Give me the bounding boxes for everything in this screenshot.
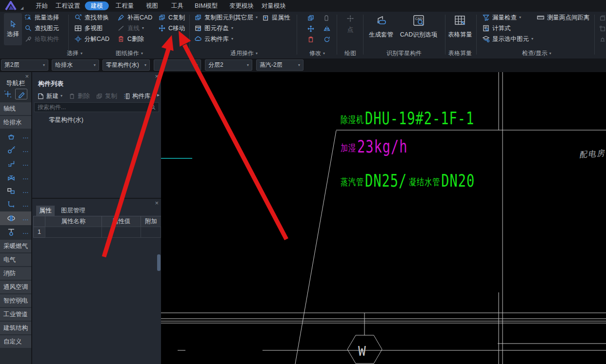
sidebar-category-industrial-pipe[interactable]: 工业管道 xyxy=(0,308,31,321)
cad-recognize-options-button[interactable]: CAD CAD识别选项 xyxy=(397,15,440,39)
group-label-common-ops[interactable]: 通用操作▾ xyxy=(224,50,263,57)
menu-tab-quantity[interactable]: 工程量 xyxy=(116,2,134,10)
toolbar-collapse-icon[interactable]: ▸ xyxy=(157,92,160,97)
scrollbar-thumb[interactable] xyxy=(157,254,161,271)
table-cell-extra[interactable] xyxy=(141,227,161,238)
sidebar-item-sprinkler[interactable]: ... xyxy=(0,143,31,157)
more-icon[interactable]: ... xyxy=(23,148,29,153)
group-label-select[interactable]: 选择▾ xyxy=(58,50,92,57)
modify-mirror-button[interactable] xyxy=(323,24,331,34)
new-component-button[interactable]: 新建 ▾ xyxy=(37,92,62,100)
component-library-button[interactable]: 构件库 xyxy=(123,92,151,100)
specialty-select[interactable]: 给排水▾ xyxy=(52,59,99,71)
logo-caret-icon[interactable]: ◢ xyxy=(20,6,23,10)
extract-properties-button[interactable]: 提属性 xyxy=(262,13,290,22)
more-icon[interactable]: ... xyxy=(23,175,29,180)
more-icon[interactable]: ... xyxy=(23,161,29,167)
menu-tab-start[interactable]: 开始 xyxy=(36,2,48,10)
save-element-button[interactable]: 图元存盘▾ xyxy=(194,23,233,33)
cad-move-button[interactable]: C移动 xyxy=(158,23,185,33)
group-label-sheet-ops[interactable]: 图纸操作▾ xyxy=(111,50,147,57)
more-icon[interactable]: ... xyxy=(23,230,29,235)
sidebar-category-low-voltage[interactable]: 智控弱电 xyxy=(0,294,31,307)
formula-button[interactable]: 计算式 xyxy=(482,23,511,33)
sidebar-item-drain[interactable]: ... xyxy=(0,225,31,239)
sidebar-item-fixture[interactable]: ... xyxy=(0,130,31,143)
modify-delete-button[interactable] xyxy=(307,35,315,44)
add-axis-icon[interactable] xyxy=(3,89,13,99)
show-selected-elements-button[interactable]: 显示选中图元▾ xyxy=(482,34,533,44)
clipped-edge-icon[interactable] xyxy=(599,25,606,32)
modify-copy-button[interactable] xyxy=(307,13,315,23)
measure-distance-button[interactable]: 测量两点间距离 xyxy=(537,13,590,22)
group-label-draw: 绘图 xyxy=(337,50,364,57)
menu-tab-tools[interactable]: 工具 xyxy=(171,2,183,10)
more-icon[interactable]: ... xyxy=(23,202,29,208)
component-list-item[interactable]: 零星构件(水) xyxy=(49,116,83,124)
sidebar-category-structure[interactable]: 建筑结构 xyxy=(0,322,31,334)
missing-quantity-check-button[interactable]: 漏量检查▾ xyxy=(482,13,521,22)
tab-properties[interactable]: 属性 xyxy=(36,206,55,216)
menu-tab-modeling[interactable]: 建模 xyxy=(85,1,109,10)
cad-delete-button[interactable]: C删除 xyxy=(117,34,144,44)
close-icon[interactable]: × xyxy=(155,200,159,207)
empty-select[interactable]: ▾ xyxy=(154,59,201,71)
tab-layer-manage[interactable]: 图层管理 xyxy=(56,206,91,216)
sidebar-category-custom[interactable]: 自定义 xyxy=(0,335,31,348)
clipped-edge-icon[interactable] xyxy=(599,36,606,43)
menu-tab-bim[interactable]: BIM模型 xyxy=(195,2,218,10)
more-icon[interactable]: ... xyxy=(23,189,29,194)
find-element-button[interactable]: 查找图元 xyxy=(24,23,59,33)
multi-view-button[interactable]: 多视图 xyxy=(74,23,103,33)
sidebar-item-pipe[interactable]: ... xyxy=(0,157,31,171)
table-calc-button[interactable]: 表格算量 xyxy=(446,15,474,39)
group-label-check-display[interactable]: 检查/显示▾ xyxy=(507,50,566,57)
app-logo-icon[interactable] xyxy=(4,1,19,11)
modify-rotate-button[interactable] xyxy=(323,35,331,44)
system-select[interactable]: 蒸汽-2层▾ xyxy=(256,59,303,71)
floor-select[interactable]: 第2层▾ xyxy=(1,59,48,71)
sidebar-category-heating[interactable]: 采暖燃气 xyxy=(0,240,31,252)
cad-options-icon: CAD xyxy=(412,15,425,27)
application-window: ◢ 开始 工程设置 建模 工程量 视图 工具 BIM模型 变更模块 对量模块 选… xyxy=(0,0,606,364)
cursor-icon xyxy=(9,20,17,28)
more-icon[interactable]: ... xyxy=(23,134,29,139)
search-input[interactable] xyxy=(35,104,150,111)
explode-cad-button[interactable]: 分解CAD xyxy=(74,34,109,44)
table-cell-name[interactable] xyxy=(45,227,101,238)
group-label-modify[interactable]: 修改▾ xyxy=(303,50,332,57)
ribbon-separator xyxy=(189,15,190,55)
sidebar-item-elbow[interactable]: ... xyxy=(0,198,31,211)
sidebar-item-fitting[interactable]: ... xyxy=(0,184,31,198)
select-button[interactable]: 选择 xyxy=(4,13,22,45)
menu-tab-settings[interactable]: 工程设置 xyxy=(56,2,80,10)
sidebar-category-hvac[interactable]: 通风空调 xyxy=(0,281,31,293)
close-icon[interactable]: × xyxy=(155,73,159,80)
menu-tab-compare[interactable]: 对量模块 xyxy=(262,2,286,10)
sidebar-section-axis[interactable]: 轴线 xyxy=(0,102,31,115)
generate-sleeve-button[interactable]: 生成套管 xyxy=(367,15,395,39)
layers-icon xyxy=(482,35,490,43)
menu-tab-view[interactable]: 视图 xyxy=(146,2,158,10)
sidebar-section-plumbing[interactable]: 给排水 xyxy=(0,116,31,129)
copy-to-other-layers-button[interactable]: 复制图元到其它层▾ xyxy=(194,13,258,22)
more-icon[interactable]: ... xyxy=(23,216,29,221)
modify-move-button[interactable] xyxy=(307,24,315,34)
menu-tab-change[interactable]: 变更模块 xyxy=(229,2,254,10)
redraw-cad-button[interactable]: 补画CAD xyxy=(117,13,152,22)
layer-select[interactable]: 分层2▾ xyxy=(205,59,252,71)
batch-select-button[interactable]: 批量选择 xyxy=(24,13,59,22)
table-cell-value[interactable] xyxy=(101,227,141,238)
component-type-select[interactable]: 零星构件(水)▾ xyxy=(102,59,150,71)
edit-tool-button[interactable] xyxy=(15,89,27,99)
cad-drawing-canvas[interactable]: W 除湿机DHU-19#2-1F-1 加湿23kg/h 蒸汽管DN25/凝结水管… xyxy=(161,72,606,364)
cloud-library-button[interactable]: 云构件库▾ xyxy=(194,34,233,44)
find-replace-button[interactable]: 查找替换 xyxy=(74,13,109,22)
sidebar-category-electrical[interactable]: 电气 xyxy=(0,253,31,266)
clipped-edge-icon[interactable] xyxy=(599,15,606,21)
sidebar-category-fire[interactable]: 消防 xyxy=(0,267,31,280)
cad-label-power-room: 配电房 xyxy=(579,148,606,160)
cad-copy-button[interactable]: C复制 xyxy=(158,13,185,22)
sidebar-item-misc-component-selected[interactable]: ... xyxy=(0,211,31,225)
sidebar-item-valve[interactable]: ... xyxy=(0,171,31,184)
